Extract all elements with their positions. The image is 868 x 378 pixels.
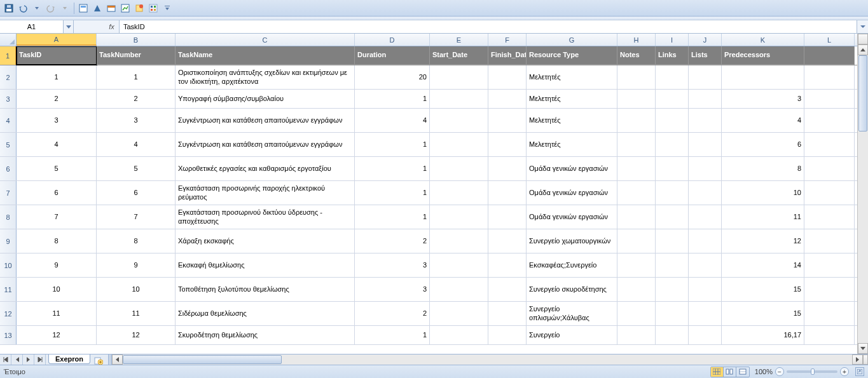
- name-box-input[interactable]: [0, 23, 63, 30]
- cell[interactable]: [689, 278, 722, 301]
- cell[interactable]: [656, 157, 689, 180]
- cell[interactable]: 3: [355, 278, 430, 301]
- cell[interactable]: [804, 326, 855, 344]
- cell[interactable]: 12: [722, 229, 804, 253]
- cell[interactable]: Ομάδα γενικών εργασιών: [527, 205, 617, 229]
- row-header[interactable]: 2: [0, 65, 17, 89]
- cell[interactable]: 2: [97, 90, 176, 108]
- cell[interactable]: Εκσκαφέας;Συνεργείο: [527, 253, 617, 277]
- column-header-E[interactable]: E: [430, 34, 488, 46]
- row-header[interactable]: 9: [0, 229, 17, 253]
- redo-icon[interactable]: [45, 2, 57, 15]
- cell[interactable]: Μελετητές: [527, 90, 617, 108]
- scroll-right-icon[interactable]: [852, 354, 863, 365]
- qat-custom-3-icon[interactable]: [105, 2, 118, 15]
- cell[interactable]: [617, 229, 656, 253]
- cell[interactable]: [617, 109, 656, 132]
- header-cell[interactable]: TaskNumber: [97, 46, 176, 65]
- cell[interactable]: [804, 65, 855, 89]
- tab-next-icon[interactable]: [23, 354, 34, 365]
- cell[interactable]: 8: [17, 229, 97, 253]
- cell[interactable]: [488, 157, 527, 180]
- cell[interactable]: [804, 253, 855, 277]
- horizontal-scroll-track[interactable]: [123, 354, 852, 365]
- header-cell[interactable]: Finish_Date: [488, 46, 527, 65]
- qat-custom-1-icon[interactable]: [77, 2, 90, 15]
- cell[interactable]: [689, 65, 722, 89]
- zoom-percent[interactable]: 100%: [755, 368, 773, 375]
- vertical-scrollbar[interactable]: [857, 34, 868, 354]
- cell[interactable]: Χωροθετικές εργασίες και καθαρισμός εργο…: [176, 157, 355, 180]
- cell[interactable]: [656, 65, 689, 89]
- cell[interactable]: Ομάδα γενικών εργασιών: [527, 181, 617, 205]
- name-box[interactable]: [0, 20, 64, 33]
- cell[interactable]: 1: [17, 65, 97, 89]
- row-header[interactable]: 3: [0, 90, 17, 108]
- undo-dropdown-icon[interactable]: [31, 2, 43, 15]
- name-box-dropdown-icon[interactable]: [64, 20, 74, 33]
- cell[interactable]: 4: [355, 109, 430, 132]
- cell[interactable]: 7: [97, 205, 176, 229]
- row-header[interactable]: 7: [0, 181, 17, 205]
- cell[interactable]: [488, 302, 527, 325]
- cell[interactable]: [430, 181, 488, 205]
- cell[interactable]: [488, 109, 527, 132]
- sheet-tab-exepron[interactable]: Exepron: [48, 354, 90, 364]
- cell[interactable]: [804, 181, 855, 205]
- cell[interactable]: [617, 65, 656, 89]
- row-header[interactable]: 13: [0, 326, 17, 344]
- cell[interactable]: 1: [355, 326, 430, 344]
- cell[interactable]: [689, 181, 722, 205]
- cell[interactable]: [689, 253, 722, 277]
- insert-function-button[interactable]: fx: [104, 20, 120, 33]
- cell[interactable]: 1: [355, 205, 430, 229]
- vertical-split-handle[interactable]: [858, 34, 868, 44]
- row-header[interactable]: 10: [0, 253, 17, 277]
- cell[interactable]: 5: [17, 157, 97, 180]
- cell[interactable]: 11: [722, 205, 804, 229]
- header-cell[interactable]: Predecessors: [722, 46, 804, 65]
- undo-icon[interactable]: [17, 2, 29, 15]
- cell[interactable]: [656, 109, 689, 132]
- cell[interactable]: [430, 326, 488, 344]
- cell[interactable]: [617, 278, 656, 301]
- cell[interactable]: [488, 229, 527, 253]
- qat-custom-5-icon[interactable]: [133, 2, 146, 15]
- cell[interactable]: [488, 205, 527, 229]
- cell[interactable]: 2: [355, 302, 430, 325]
- cell[interactable]: Ομάδα γενικών εργασιών: [527, 157, 617, 180]
- cell[interactable]: [804, 229, 855, 253]
- cell[interactable]: [804, 109, 855, 132]
- cell[interactable]: [656, 229, 689, 253]
- cell[interactable]: [488, 65, 527, 89]
- cell[interactable]: [689, 205, 722, 229]
- cell[interactable]: 6: [17, 181, 97, 205]
- cell[interactable]: 15: [722, 278, 804, 301]
- cell[interactable]: [430, 65, 488, 89]
- column-header-D[interactable]: D: [355, 34, 430, 46]
- column-header-A[interactable]: A: [17, 34, 97, 46]
- cell[interactable]: Συνεργείο οπλισμών;Χάλυβας: [527, 302, 617, 325]
- cell[interactable]: [689, 90, 722, 108]
- cell[interactable]: [430, 302, 488, 325]
- cell[interactable]: 8: [722, 157, 804, 180]
- cell[interactable]: [430, 253, 488, 277]
- cell[interactable]: [488, 181, 527, 205]
- column-header-C[interactable]: C: [176, 34, 355, 46]
- redo-dropdown-icon[interactable]: [59, 2, 71, 15]
- zoom-expand-icon[interactable]: [855, 367, 864, 376]
- cell[interactable]: Εγκατάσταση προσωρινού δικτύου ύδρευσης …: [176, 205, 355, 229]
- cell[interactable]: 1: [355, 181, 430, 205]
- view-page-layout-icon[interactable]: [724, 367, 736, 377]
- zoom-in-button[interactable]: +: [840, 367, 849, 376]
- scroll-down-icon[interactable]: [858, 343, 868, 354]
- row-header[interactable]: 5: [0, 133, 17, 156]
- cell[interactable]: 12: [17, 326, 97, 344]
- cell[interactable]: 11: [97, 302, 176, 325]
- view-page-break-icon[interactable]: [736, 367, 749, 377]
- cell[interactable]: 1: [97, 65, 176, 89]
- cell[interactable]: 14: [722, 253, 804, 277]
- cell[interactable]: Μελετητές: [527, 109, 617, 132]
- cell[interactable]: 20: [355, 65, 430, 89]
- cell[interactable]: [430, 157, 488, 180]
